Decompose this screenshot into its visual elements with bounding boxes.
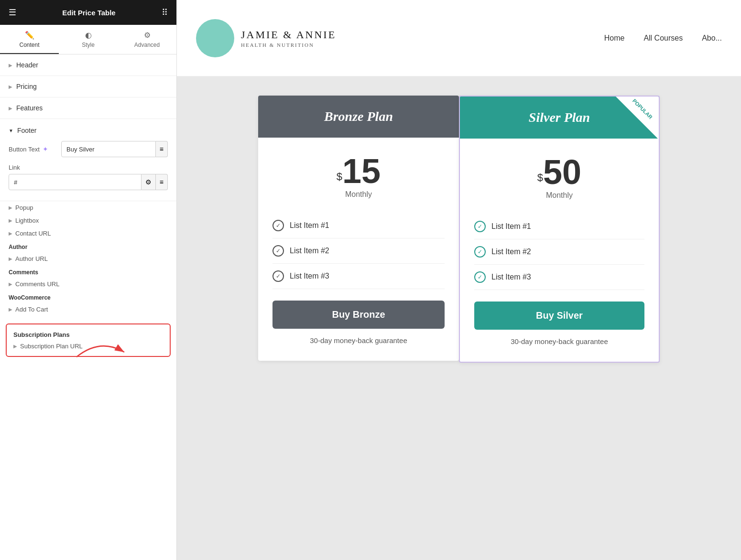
nav-home[interactable]: Home (604, 34, 625, 43)
author-url-arrow-icon: ▶ (9, 256, 12, 261)
silver-check-3: ✓ (474, 271, 486, 283)
add-to-cart-arrow-icon: ▶ (9, 307, 12, 312)
nav-links: Home All Courses Abo... (604, 34, 722, 43)
popular-badge-text: POPULAR (631, 97, 655, 121)
silver-card: Silver Plan POPULAR $50 Monthly ✓ List I… (459, 96, 660, 363)
silver-feature-2: ✓ List Item #2 (474, 239, 644, 265)
link-input-row: ⚙ ≡ (9, 174, 168, 190)
dropdown-contact-url[interactable]: ▶ Contact URL (0, 227, 176, 240)
bronze-price-row: $15 Monthly (272, 149, 445, 204)
pricing-arrow-icon: ▶ (9, 84, 12, 89)
site-header: JAMIE & ANNIE HEALTH & NUTRITION Home Al… (177, 0, 741, 76)
woocommerce-group-label: WooCommerce (0, 291, 176, 303)
link-input[interactable] (9, 174, 142, 190)
dropdown-comments-url[interactable]: ▶ Comments URL (0, 278, 176, 291)
pricing-area: Bronze Plan $15 Monthly ✓ List Item #1 ✓… (177, 76, 741, 560)
section-features[interactable]: ▶ Features (0, 97, 176, 119)
buy-silver-button[interactable]: Buy Silver (474, 302, 644, 330)
dropdown-add-to-cart[interactable]: ▶ Add To Cart (0, 303, 176, 316)
logo-text: JAMIE & ANNIE HEALTH & NUTRITION (241, 29, 336, 48)
footer-label: Footer (17, 127, 36, 134)
nav-abo[interactable]: Abo... (702, 34, 722, 43)
tab-content[interactable]: ✏️ Content (0, 25, 59, 54)
silver-guarantee: 30-day money-back guarantee (474, 337, 644, 350)
silver-price-number: 50 (543, 153, 581, 191)
bronze-price-symbol: $ (337, 171, 342, 183)
section-header[interactable]: ▶ Header (0, 54, 176, 76)
link-field-row: Link ⚙ ≡ (9, 164, 168, 190)
silver-feature-3: ✓ List Item #3 (474, 265, 644, 290)
button-text-list-btn[interactable]: ≡ (156, 141, 168, 157)
bronze-card-title: Bronze Plan (268, 109, 449, 124)
highlighted-subscription-box: Subscription Plans ▶ Subscription Plan U… (6, 323, 171, 357)
grid-icon[interactable]: ⠿ (162, 7, 168, 18)
silver-feature-1-text: List Item #1 (491, 222, 531, 231)
advanced-tab-icon: ⚙ (144, 31, 151, 40)
panel-title: Edit Price Table (62, 9, 115, 17)
footer-section: ▼ Footer Button Text ✦ ≡ Link ⚙ (0, 119, 176, 201)
contact-url-label: Contact URL (15, 230, 51, 237)
tab-advanced[interactable]: ⚙ Advanced (118, 25, 176, 54)
silver-price-symbol: $ (537, 172, 543, 183)
bronze-features-list: ✓ List Item #1 ✓ List Item #2 ✓ List Ite… (272, 213, 445, 289)
logo-circle (196, 19, 234, 57)
bronze-check-3: ✓ (272, 270, 284, 282)
silver-check-1: ✓ (474, 221, 486, 232)
button-text-input-wrapper: ≡ (61, 141, 168, 157)
comments-url-label: Comments URL (15, 280, 59, 288)
popup-label: Popup (15, 204, 33, 211)
nav-all-courses[interactable]: All Courses (643, 34, 683, 43)
bronze-guarantee: 30-day money-back guarantee (272, 336, 445, 349)
content-tab-icon: ✏️ (25, 31, 34, 40)
bronze-feature-1-text: List Item #1 (290, 221, 329, 230)
author-group-label: Author (0, 240, 176, 252)
right-panel: JAMIE & ANNIE HEALTH & NUTRITION Home Al… (177, 0, 741, 560)
tab-style[interactable]: ◐ Style (59, 25, 118, 54)
bronze-feature-3-text: List Item #3 (290, 272, 329, 280)
annotation-wrapper: Subscription Plans ▶ Subscription Plan U… (0, 323, 176, 357)
footer-header[interactable]: ▼ Footer (9, 127, 168, 141)
silver-feature-3-text: List Item #3 (491, 273, 531, 281)
top-bar: ☰ Edit Price Table ⠿ (0, 0, 176, 25)
silver-features-list: ✓ List Item #1 ✓ List Item #2 ✓ List Ite… (474, 214, 644, 290)
button-text-input[interactable] (61, 141, 156, 157)
button-text-label: Button Text ✦ (9, 145, 61, 153)
link-list-icon[interactable]: ≡ (156, 174, 168, 190)
subscription-plans-label: Subscription Plans (7, 328, 170, 340)
left-panel: ☰ Edit Price Table ⠿ ✏️ Content ◐ Style … (0, 0, 177, 560)
buy-bronze-button[interactable]: Buy Bronze (272, 301, 445, 329)
subscription-plan-url-arrow-icon: ▶ (13, 344, 17, 349)
panel-content: ▶ Header ▶ Pricing ▶ Features ▼ Footer B… (0, 54, 176, 560)
lightbox-arrow-icon: ▶ (9, 218, 12, 223)
silver-price-row: $50 Monthly (474, 150, 644, 205)
features-arrow-icon: ▶ (9, 106, 12, 111)
bronze-check-2: ✓ (272, 245, 284, 257)
author-url-label: Author URL (15, 255, 48, 262)
link-gear-icon[interactable]: ⚙ (142, 174, 156, 190)
bronze-feature-2-text: List Item #2 (290, 247, 329, 255)
tab-style-label: Style (82, 42, 95, 48)
dropdown-lightbox[interactable]: ▶ Lightbox (0, 214, 176, 227)
section-pricing[interactable]: ▶ Pricing (0, 76, 176, 97)
dropdown-popup[interactable]: ▶ Popup (0, 201, 176, 214)
footer-arrow-icon: ▼ (9, 128, 13, 133)
subscription-plan-url-item[interactable]: ▶ Subscription Plan URL (7, 340, 170, 352)
silver-feature-2-text: List Item #2 (491, 248, 531, 256)
silver-check-2: ✓ (474, 246, 486, 258)
silver-price-period: Monthly (474, 191, 644, 200)
bronze-card-header: Bronze Plan (258, 96, 459, 138)
hamburger-icon[interactable]: ☰ (9, 7, 16, 18)
bronze-feature-2: ✓ List Item #2 (272, 238, 445, 264)
bronze-check-1: ✓ (272, 220, 284, 231)
bronze-card-body: $15 Monthly ✓ List Item #1 ✓ List Item #… (258, 138, 459, 361)
magic-wand-icon: ✦ (43, 145, 48, 153)
comments-url-arrow-icon: ▶ (9, 281, 12, 287)
comments-group-label: Comments (0, 265, 176, 278)
lightbox-label: Lightbox (15, 217, 39, 224)
bronze-feature-1: ✓ List Item #1 (272, 213, 445, 238)
bronze-feature-3: ✓ List Item #3 (272, 264, 445, 289)
dropdown-author-url[interactable]: ▶ Author URL (0, 252, 176, 265)
bronze-card: Bronze Plan $15 Monthly ✓ List Item #1 ✓… (258, 96, 459, 361)
logo-line2: HEALTH & NUTRITION (241, 42, 336, 48)
tab-content-label: Content (19, 42, 39, 48)
